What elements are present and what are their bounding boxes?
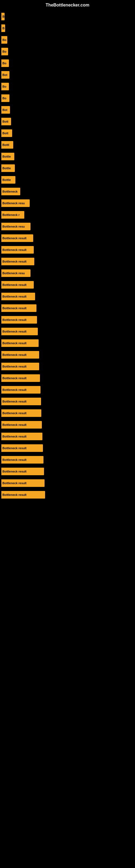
bar-label-20: Bottleneck result — [2, 248, 27, 251]
bar-15: Bottleneck — [1, 188, 20, 195]
bar-10: Bott — [1, 129, 12, 137]
bar-label-18: Bottleneck resu — [2, 225, 25, 228]
bar-row: Bot — [1, 105, 134, 115]
bar-row: Bot — [1, 70, 134, 80]
bar-row: Bottleneck result — [1, 420, 134, 429]
bar-row: Bottleneck result — [1, 385, 134, 394]
bar-17: Bottleneck r — [1, 211, 24, 219]
bar-row: Bottleneck result — [1, 490, 134, 499]
bar-4: Bo — [1, 59, 9, 67]
bar-row: Bottleneck result — [1, 408, 134, 418]
bar-3: Bo — [1, 48, 8, 55]
bar-row: Bottleneck result — [1, 338, 134, 348]
bar-12: Bottle — [1, 153, 14, 160]
bar-row: Bottleneck result — [1, 397, 134, 406]
bar-30: Bottleneck result — [1, 363, 39, 370]
bar-row: Bottleneck result — [1, 478, 134, 488]
bar-row: Bottleneck result — [1, 362, 134, 371]
bar-row: Bott — [1, 117, 134, 126]
bar-13: Bottle — [1, 164, 15, 172]
bar-label-10: Bott — [2, 131, 8, 135]
bar-label-36: Bottleneck result — [2, 435, 27, 438]
bar-row: Bottleneck resu — [1, 198, 134, 208]
bar-23: Bottleneck result — [1, 281, 34, 289]
bar-label-9: Bott — [2, 120, 8, 123]
bar-label-35: Bottleneck result — [2, 423, 27, 426]
bar-40: Bottleneck result — [1, 479, 45, 487]
bar-label-13: Bottle — [2, 166, 11, 170]
bar-28: Bottleneck result — [1, 339, 39, 347]
bar-row: Bottleneck result — [1, 327, 134, 336]
bar-7: Bo — [1, 94, 9, 102]
bar-29: Bottleneck result — [1, 351, 39, 359]
bar-11: Bottl — [1, 141, 13, 149]
bar-label-27: Bottleneck result — [2, 330, 27, 333]
bar-row: Bottle — [1, 163, 134, 173]
bar-39: Bottleneck result — [1, 468, 44, 475]
bar-row: Bottl — [1, 140, 134, 150]
bar-27: Bottleneck result — [1, 328, 38, 335]
bar-row: Bottleneck result — [1, 350, 134, 360]
bar-label-21: Bottleneck result — [2, 260, 27, 263]
bar-label-41: Bottleneck result — [2, 493, 27, 496]
bar-row: Bott — [1, 128, 134, 138]
bar-label-11: Bottl — [2, 143, 9, 147]
bar-label-5: Bot — [2, 73, 7, 76]
bar-row: Bo — [1, 35, 134, 44]
bar-label-32: Bottleneck result — [2, 388, 27, 392]
bars-container: BBBoBoBoBotBoBoBotBottBottBottlBottleBot… — [0, 9, 135, 504]
bar-row: Bottleneck result — [1, 443, 134, 453]
bar-label-16: Bottleneck resu — [2, 202, 25, 205]
bar-label-1: B — [2, 27, 5, 30]
bar-row: Bottleneck result — [1, 455, 134, 464]
bar-21: Bottleneck result — [1, 258, 34, 265]
bar-label-37: Bottleneck result — [2, 446, 27, 450]
bar-35: Bottleneck result — [1, 421, 42, 429]
page-container: TheBottlenecker.com BBBoBoBoBotBoBoBotBo… — [0, 0, 135, 868]
bar-label-8: Bot — [2, 108, 7, 112]
bar-row: Bo — [1, 93, 134, 103]
bar-row: Bottleneck result — [1, 315, 134, 324]
bar-9: Bott — [1, 118, 11, 125]
bar-34: Bottleneck result — [1, 409, 41, 417]
bar-row: Bottle — [1, 152, 134, 161]
bar-32: Bottleneck result — [1, 386, 41, 394]
bar-18: Bottleneck resu — [1, 223, 31, 230]
bar-24: Bottleneck result — [1, 293, 35, 300]
bar-row: Bottleneck result — [1, 233, 134, 243]
bar-row: B — [1, 12, 134, 21]
bar-row: Bo — [1, 82, 134, 91]
bar-label-7: Bo — [2, 97, 6, 100]
bar-14: Bottle — [1, 176, 15, 184]
bar-label-28: Bottleneck result — [2, 341, 27, 345]
bar-label-23: Bottleneck result — [2, 283, 27, 286]
bar-row: Bottleneck — [1, 187, 134, 196]
bar-label-2: Bo — [2, 38, 6, 41]
bar-label-40: Bottleneck result — [2, 482, 27, 485]
site-title: TheBottlenecker.com — [0, 0, 135, 9]
bar-38: Bottleneck result — [1, 456, 43, 464]
bar-label-3: Bo — [2, 50, 6, 53]
bar-row: Bottleneck result — [1, 373, 134, 383]
bar-label-12: Bottle — [2, 155, 11, 158]
bar-label-14: Bottle — [2, 178, 11, 182]
bar-1: B — [1, 24, 5, 32]
bar-row: Bo — [1, 58, 134, 68]
bar-label-34: Bottleneck result — [2, 411, 27, 415]
bar-label-29: Bottleneck result — [2, 353, 27, 356]
bar-row: Bottleneck result — [1, 432, 134, 441]
bar-37: Bottleneck result — [1, 444, 43, 452]
bar-5: Bot — [1, 71, 9, 79]
bar-label-17: Bottleneck r — [2, 213, 20, 216]
bar-label-31: Bottleneck result — [2, 376, 27, 380]
bar-8: Bot — [1, 106, 10, 114]
bar-row: Bottleneck r — [1, 210, 134, 219]
bar-label-22: Bottleneck resu — [2, 272, 25, 275]
bar-label-24: Bottleneck result — [2, 295, 27, 298]
bar-row: Bottleneck result — [1, 245, 134, 254]
bar-label-4: Bo — [2, 62, 6, 65]
bar-36: Bottleneck result — [1, 433, 42, 440]
bar-41: Bottleneck result — [1, 491, 45, 499]
bar-row: Bottleneck result — [1, 280, 134, 289]
bar-26: Bottleneck result — [1, 316, 37, 323]
